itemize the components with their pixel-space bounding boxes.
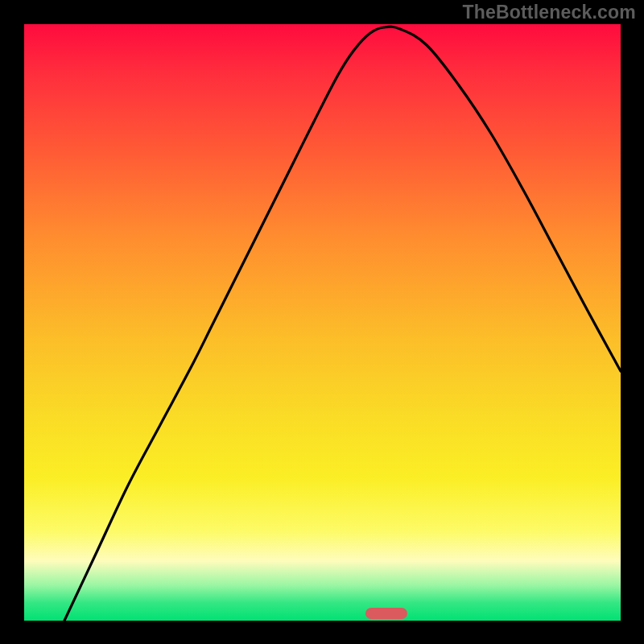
bottleneck-curve [64,27,621,621]
watermark-text: TheBottleneck.com [462,2,636,23]
plot-area [24,24,621,621]
optimum-marker [365,608,407,619]
chart-frame: TheBottleneck.com [0,0,644,644]
curve-svg [24,24,621,621]
